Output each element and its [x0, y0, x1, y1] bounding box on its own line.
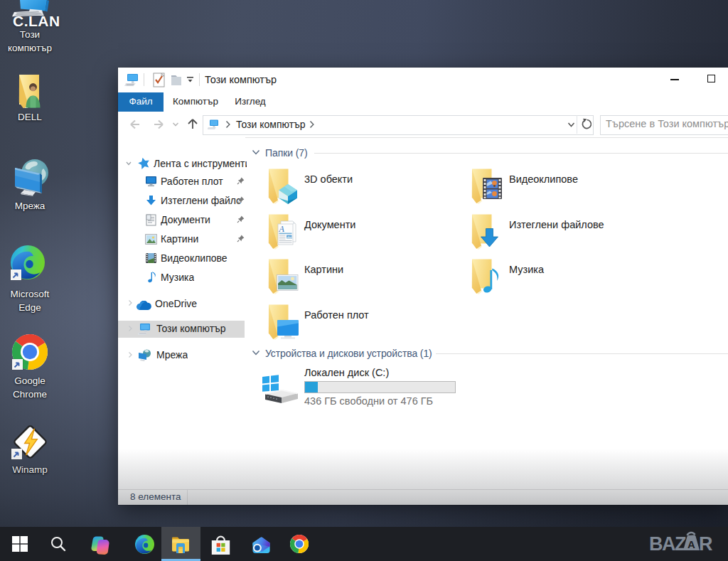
svg-text:R: R	[699, 533, 713, 555]
svg-text:BAZ: BAZ	[649, 533, 686, 555]
svg-text:A: A	[687, 538, 695, 550]
svg-text:A: A	[279, 224, 285, 234]
